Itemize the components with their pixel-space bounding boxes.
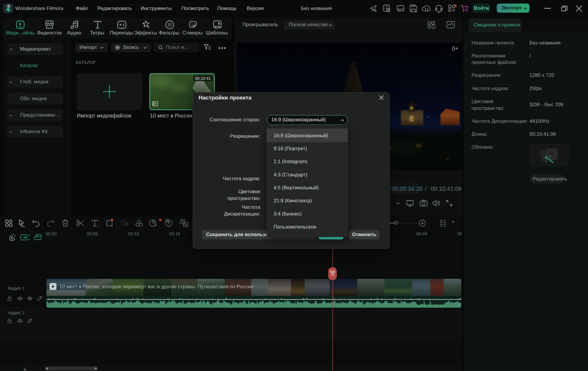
svg-text:B: B — [375, 9, 377, 12]
